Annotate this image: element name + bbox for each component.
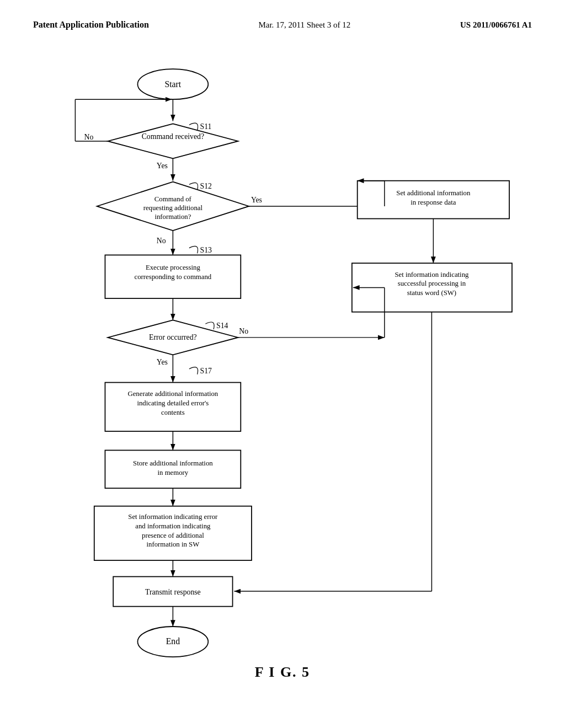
svg-text:Command received?: Command received? [142, 132, 204, 141]
date-sheet-label: Mar. 17, 2011 Sheet 3 of 12 [258, 20, 350, 30]
svg-text:and information indicating: and information indicating [135, 522, 211, 530]
svg-text:Yes: Yes [157, 162, 168, 170]
svg-text:No: No [157, 237, 166, 245]
svg-text:status word (SW): status word (SW) [407, 289, 456, 297]
figure-label: F I G. 5 [0, 664, 565, 681]
svg-text:in memory: in memory [158, 469, 189, 477]
svg-text:Set additional information: Set additional information [396, 189, 471, 197]
svg-text:Execute processing: Execute processing [146, 264, 201, 271]
svg-marker-5 [108, 124, 238, 158]
svg-text:Yes: Yes [157, 358, 168, 366]
svg-text:Error occurred?: Error occurred? [149, 333, 197, 341]
svg-text:successful processing in: successful processing in [398, 280, 466, 287]
publication-label: Patent Application Publication [33, 20, 149, 30]
svg-text:requesting additional: requesting additional [143, 204, 203, 212]
svg-text:indicating detailed error's: indicating detailed error's [137, 399, 209, 407]
svg-text:No: No [239, 327, 248, 335]
svg-text:S13: S13 [200, 246, 212, 254]
svg-text:S12: S12 [200, 182, 212, 190]
svg-text:information in SW: information in SW [146, 540, 200, 548]
svg-text:Set information indicating: Set information indicating [395, 271, 469, 279]
svg-text:No: No [84, 133, 94, 141]
svg-text:Store additional information: Store additional information [133, 459, 213, 467]
svg-text:S17: S17 [200, 367, 212, 375]
svg-text:Start: Start [165, 79, 182, 89]
svg-text:presence of additional: presence of additional [142, 532, 204, 539]
svg-text:S14: S14 [216, 322, 228, 330]
diagram-container: Start S11 Command received? No Yes S12 C… [0, 41, 565, 692]
svg-text:End: End [166, 636, 180, 646]
svg-text:S11: S11 [200, 122, 212, 131]
page-header: Patent Application Publication Mar. 17, … [0, 0, 565, 41]
svg-text:information?: information? [154, 213, 191, 221]
svg-text:in response data: in response data [411, 199, 456, 206]
svg-text:Yes: Yes [251, 196, 262, 204]
svg-text:Transmit response: Transmit response [145, 588, 201, 596]
svg-text:contents: contents [161, 409, 185, 416]
svg-text:Set information indicating err: Set information indicating error [128, 513, 218, 521]
svg-text:corresponding to command: corresponding to command [135, 273, 212, 281]
svg-text:Generate additional informatio: Generate additional information [127, 390, 218, 398]
svg-text:Command of: Command of [154, 195, 192, 203]
patent-number-label: US 2011/0066761 A1 [460, 20, 532, 30]
flowchart-svg: Start S11 Command received? No Yes S12 C… [0, 41, 565, 692]
